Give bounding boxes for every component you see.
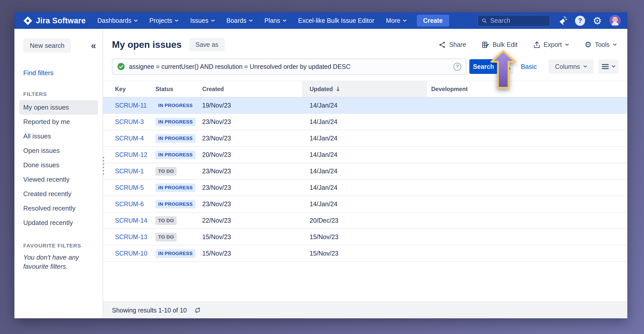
sidebar-filter-item[interactable]: Open issues [23,143,103,158]
export-label: Export [544,41,562,48]
issue-row[interactable]: SCRUM-11 IN PROGRESS 19/Nov/23 14/Jan/24 [103,97,627,114]
results-count-text: Showing results 1-10 of 10 [112,307,187,314]
refresh-icon[interactable] [194,306,201,314]
nav-menu-item-label: Boards [226,17,246,24]
created-date: 19/Nov/23 [202,102,302,109]
tools-button[interactable]: ⚙ Tools [585,41,617,49]
query-valid-check-icon [117,62,125,71]
nav-menu-item[interactable]: Issues [190,17,215,24]
status-cell: TO DO [155,216,202,225]
updated-date: 14/Jan/24 [302,118,427,126]
jql-query-input[interactable] [129,63,450,70]
status-badge: IN PROGRESS [155,118,195,126]
user-avatar[interactable] [609,15,621,26]
share-label: Share [449,41,466,48]
issue-row[interactable]: SCRUM-3 IN PROGRESS 23/Nov/23 14/Jan/24 [103,114,627,130]
list-view-icon [602,64,609,70]
chevron-down-icon [175,19,178,22]
issue-key-link[interactable]: SCRUM-11 [115,102,155,109]
issue-key-link[interactable]: SCRUM-1 [115,168,155,175]
chevron-down-icon [565,44,569,46]
issue-row[interactable]: SCRUM-10 IN PROGRESS 15/Nov/23 15/Nov/23 [103,245,627,262]
bulk-edit-button[interactable]: Bulk Edit [482,41,518,49]
issue-key-link[interactable]: SCRUM-3 [115,118,155,126]
nav-menu-item[interactable]: Boards [226,17,253,24]
nav-menu-item[interactable]: Excel-like Bulk Issue Editor [298,17,374,24]
save-as-button[interactable]: Save as [189,38,225,51]
sidebar-filter-item[interactable]: All issues [23,129,103,143]
megaphone-icon[interactable] [558,16,567,26]
issue-row[interactable]: SCRUM-5 IN PROGRESS 23/Nov/23 14/Jan/24 [103,180,627,196]
create-button[interactable]: Create [417,15,449,27]
jira-logo[interactable]: Jira Software [23,16,86,26]
issue-row[interactable]: SCRUM-4 IN PROGRESS 23/Nov/23 14/Jan/24 [103,130,627,147]
sidebar-filter-item[interactable]: Created recently [23,187,103,201]
issue-key-link[interactable]: SCRUM-13 [115,233,155,241]
bulk-edit-label: Bulk Edit [493,41,518,48]
updated-date: 14/Jan/24 [302,151,427,158]
column-header-created[interactable]: Created [202,81,302,97]
jira-diamond-icon [23,16,33,26]
created-date: 23/Nov/23 [202,168,302,175]
issue-key-link[interactable]: SCRUM-14 [115,217,155,224]
updated-date: 14/Jan/24 [302,200,427,208]
export-button[interactable]: Export [533,41,569,49]
jql-query-field[interactable]: ? [112,58,466,75]
collapse-sidebar-icon[interactable]: « [91,41,96,50]
sidebar-filter-item[interactable]: Updated recently [23,216,103,230]
issue-row[interactable]: SCRUM-12 IN PROGRESS 20/Nov/23 14/Jan/24 [103,147,627,163]
issue-key-link[interactable]: SCRUM-5 [115,184,155,191]
issue-key-link[interactable]: SCRUM-12 [115,151,155,158]
jql-help-icon[interactable]: ? [453,63,461,71]
column-header-status[interactable]: Status [155,81,202,97]
updated-date: 14/Jan/24 [302,102,427,109]
sidebar-resize-handle[interactable] [103,157,104,175]
nav-menu-item[interactable]: More [386,17,407,24]
issue-key-link[interactable]: SCRUM-6 [115,200,155,208]
find-filters-link[interactable]: Find filters [23,69,54,77]
nav-menu-item[interactable]: Plans [264,17,287,24]
issue-key-link[interactable]: SCRUM-4 [115,135,155,142]
sidebar-filter-item[interactable]: My open issues [19,100,98,115]
column-header-updated[interactable]: Updated ↓ [302,81,427,97]
nav-menu-item-label: More [386,17,400,24]
sidebar-filter-item[interactable]: Viewed recently [23,172,103,187]
help-icon[interactable]: ? [575,16,585,26]
column-header-development[interactable]: Development [427,81,627,97]
sidebar-filter-item[interactable]: Reported by me [23,115,103,129]
global-search-input[interactable] [490,17,546,24]
basic-mode-link[interactable]: Basic [521,63,537,71]
sidebar-filter-item[interactable]: Resolved recently [23,201,103,216]
status-cell: IN PROGRESS [155,183,202,192]
issue-row[interactable]: SCRUM-13 TO DO 15/Nov/23 15/Nov/23 [103,229,627,245]
status-cell: IN PROGRESS [155,101,202,110]
issue-row[interactable]: SCRUM-14 TO DO 22/Nov/23 20/Dec/23 [103,213,627,229]
results-footer: Showing results 1-10 of 10 [103,302,627,318]
sidebar-filter-item[interactable]: Done issues [23,158,103,172]
chevron-down-icon [583,65,587,68]
global-search[interactable] [477,15,550,27]
issue-table-body: SCRUM-11 IN PROGRESS 19/Nov/23 14/Jan/24… [103,97,627,262]
updated-date: 14/Jan/24 [302,168,427,175]
query-editor-toggle-button[interactable] [500,59,514,74]
tools-label: Tools [595,41,610,48]
filters-heading: FILTERS [23,91,103,97]
nav-menu-item[interactable]: Projects [149,17,178,24]
nav-menu-item[interactable]: Dashboards [97,17,138,24]
created-date: 23/Nov/23 [202,184,302,191]
settings-gear-icon[interactable]: ⚙ [593,16,602,26]
columns-button[interactable]: Columns [548,59,594,74]
updated-date: 14/Jan/24 [302,184,427,191]
tools-gear-icon: ⚙ [585,41,592,49]
search-button[interactable]: Search [469,59,498,74]
issue-row[interactable]: SCRUM-6 IN PROGRESS 23/Nov/23 14/Jan/24 [103,196,627,213]
created-date: 23/Nov/23 [202,200,302,208]
status-cell: TO DO [155,233,202,241]
column-header-key[interactable]: Key [115,81,155,97]
share-button[interactable]: Share [439,41,466,48]
new-search-button[interactable]: New search [23,38,71,53]
nav-menu-item-label: Excel-like Bulk Issue Editor [298,17,374,24]
view-switcher-button[interactable] [599,59,618,74]
issue-key-link[interactable]: SCRUM-10 [115,250,155,257]
issue-row[interactable]: SCRUM-1 TO DO 23/Nov/23 14/Jan/24 [103,163,627,180]
